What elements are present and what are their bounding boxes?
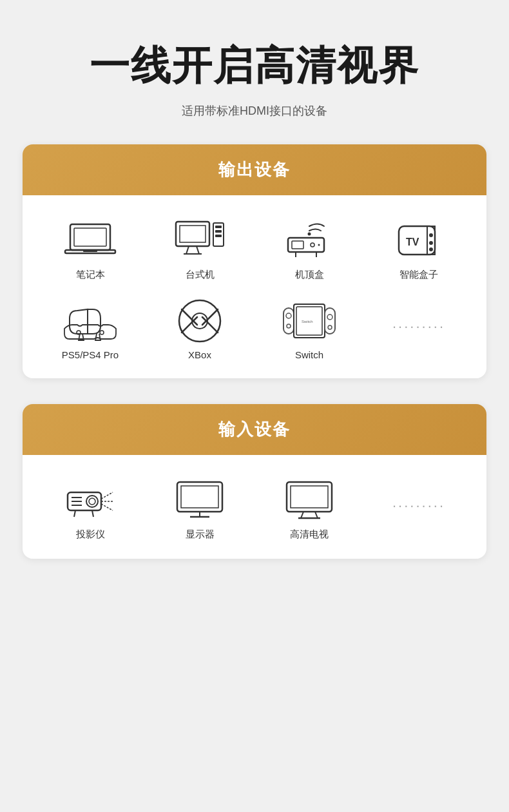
ps5-label: PS5/PS4 Pro — [62, 349, 119, 360]
svg-rect-41 — [325, 308, 335, 334]
switch-icon: Switch — [283, 299, 335, 343]
ps5-icon — [64, 299, 116, 343]
svg-rect-35 — [283, 308, 294, 334]
device-hdtv: 高清电视 — [257, 478, 361, 541]
svg-point-36 — [286, 313, 291, 318]
laptop-label: 笔记本 — [76, 269, 105, 281]
device-more-output: ········· — [367, 299, 471, 360]
svg-line-51 — [92, 510, 93, 517]
output-card: 输出设备 笔记本 — [23, 144, 486, 378]
output-card-title: 输出设备 — [218, 160, 291, 179]
svg-point-42 — [327, 314, 332, 320]
svg-line-10 — [186, 246, 189, 254]
dots-icon-output: ········· — [393, 299, 445, 343]
svg-rect-59 — [287, 482, 332, 512]
svg-line-50 — [74, 510, 75, 517]
hero-title: 一线开启高清视界 — [90, 39, 419, 93]
smartbox-label: 智能盒子 — [399, 269, 438, 281]
device-smartbox: TV 智能盒子 — [367, 218, 471, 281]
svg-line-52 — [101, 492, 113, 499]
svg-line-54 — [101, 504, 113, 510]
svg-point-17 — [318, 244, 320, 246]
svg-line-11 — [197, 246, 199, 254]
svg-point-16 — [311, 243, 314, 247]
svg-rect-1 — [74, 228, 106, 246]
desktop-icon — [174, 218, 226, 262]
input-card-title: 输入设备 — [218, 420, 291, 439]
projector-label: 投影仪 — [76, 528, 105, 541]
hdtv-label: 高清电视 — [290, 528, 329, 541]
monitor-icon — [174, 478, 226, 522]
svg-point-25 — [429, 247, 433, 251]
device-settop: 机顶盒 — [257, 218, 361, 281]
svg-line-61 — [301, 512, 303, 518]
svg-text:Switch: Switch — [302, 320, 313, 324]
device-switch: Switch Switch — [257, 299, 361, 360]
svg-rect-7 — [215, 226, 222, 228]
svg-point-37 — [287, 324, 291, 328]
dots-icon-input: ········· — [393, 478, 445, 522]
svg-point-28 — [100, 331, 104, 334]
input-card-body: 投影仪 显示器 — [23, 455, 486, 559]
svg-rect-56 — [181, 486, 218, 508]
hdtv-icon — [283, 478, 335, 522]
xbox-label: XBox — [188, 349, 211, 360]
device-desktop: 台式机 — [148, 218, 252, 281]
device-ps5: PS5/PS4 Pro — [38, 299, 142, 360]
svg-rect-5 — [180, 226, 206, 242]
device-laptop: 笔记本 — [38, 218, 142, 281]
svg-point-13 — [308, 233, 311, 236]
switch-label: Switch — [295, 349, 323, 360]
svg-point-29 — [179, 300, 220, 342]
svg-rect-55 — [177, 482, 222, 512]
input-device-grid: 投影仪 显示器 — [38, 478, 471, 541]
svg-point-49 — [89, 498, 95, 505]
svg-rect-3 — [83, 250, 97, 252]
svg-rect-8 — [215, 230, 222, 233]
projector-icon — [64, 478, 116, 522]
svg-line-62 — [315, 512, 318, 518]
svg-point-23 — [429, 233, 433, 237]
settop-label: 机顶盒 — [295, 269, 324, 281]
output-card-body: 笔记本 台式机 — [23, 195, 486, 378]
svg-line-34 — [202, 317, 218, 333]
output-device-grid: 笔记本 台式机 — [38, 218, 471, 360]
svg-rect-15 — [292, 241, 303, 249]
svg-text:TV: TV — [406, 237, 419, 247]
svg-point-48 — [86, 496, 98, 507]
hero-subtitle: 适用带标准HDMI接口的设备 — [182, 103, 327, 119]
device-more-input: ········· — [367, 478, 471, 541]
input-card: 输入设备 — [23, 404, 486, 559]
dots-text-input: ········· — [392, 498, 445, 514]
svg-point-43 — [328, 325, 332, 329]
smartbox-icon: TV — [393, 218, 445, 262]
device-monitor: 显示器 — [148, 478, 252, 541]
svg-rect-9 — [215, 235, 222, 237]
settop-icon — [283, 218, 335, 262]
input-card-header: 输入设备 — [23, 404, 486, 455]
laptop-icon — [64, 218, 116, 262]
device-projector: 投影仪 — [38, 478, 142, 541]
svg-line-32 — [202, 309, 218, 325]
monitor-label: 显示器 — [186, 528, 215, 541]
dots-text-output: ········· — [392, 318, 445, 335]
desktop-label: 台式机 — [186, 269, 215, 281]
svg-line-31 — [182, 309, 197, 325]
xbox-icon — [174, 299, 226, 343]
output-card-header: 输出设备 — [23, 144, 486, 195]
svg-line-33 — [182, 317, 197, 333]
svg-point-24 — [429, 241, 433, 245]
svg-rect-60 — [291, 486, 328, 508]
device-xbox: XBox — [148, 299, 252, 360]
